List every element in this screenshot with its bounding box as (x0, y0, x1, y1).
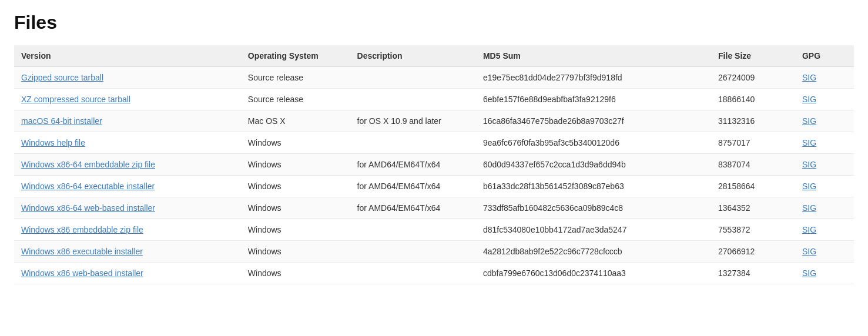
cell-md5: 60d0d94337ef657c2cca1d3d9a6dd94b (476, 154, 711, 176)
table-row: Windows x86-64 web-based installerWindow… (14, 197, 854, 219)
cell-description (350, 219, 476, 241)
cell-version: Windows x86 executable installer (14, 241, 241, 263)
version-link[interactable]: Windows x86-64 executable installer (21, 182, 155, 191)
gpg-sig-link[interactable]: SIG (802, 160, 816, 169)
cell-md5: d81fc534080e10bb4172ad7ae3da5247 (476, 219, 711, 241)
gpg-sig-link[interactable]: SIG (802, 95, 816, 104)
gpg-sig-link[interactable]: SIG (802, 182, 816, 191)
cell-gpg: SIG (795, 176, 854, 197)
version-link[interactable]: Gzipped source tarball (21, 73, 103, 82)
gpg-sig-link[interactable]: SIG (802, 268, 816, 278)
cell-os: Windows (241, 176, 350, 197)
gpg-sig-link[interactable]: SIG (802, 138, 816, 147)
version-link[interactable]: Windows help file (21, 138, 85, 147)
cell-gpg: SIG (795, 241, 854, 263)
cell-md5: 4a2812db8ab9f2e522c96c7728cfcccb (476, 241, 711, 263)
cell-os: Windows (241, 197, 350, 219)
cell-filesize: 18866140 (711, 89, 795, 110)
header-gpg: GPG (795, 45, 854, 67)
cell-os: Windows (241, 263, 350, 284)
cell-filesize: 28158664 (711, 176, 795, 197)
cell-filesize: 8387074 (711, 154, 795, 176)
cell-version: Windows x86 embeddable zip file (14, 219, 241, 241)
cell-filesize: 7553872 (711, 219, 795, 241)
cell-gpg: SIG (795, 132, 854, 154)
cell-os: Windows (241, 154, 350, 176)
cell-description (350, 263, 476, 284)
cell-os: Windows (241, 219, 350, 241)
gpg-sig-link[interactable]: SIG (802, 203, 816, 213)
cell-md5: e19e75ec81dd04de27797bf3f9d918fd (476, 67, 711, 89)
cell-description: for OS X 10.9 and later (350, 110, 476, 132)
cell-md5: 6ebfe157f6e88d9eabfbaf3fa92129f6 (476, 89, 711, 110)
version-link[interactable]: Windows x86 embeddable zip file (21, 225, 143, 234)
version-link[interactable]: XZ compressed source tarball (21, 95, 130, 104)
cell-version: Windows x86-64 web-based installer (14, 197, 241, 219)
cell-description: for AMD64/EM64T/x64 (350, 197, 476, 219)
cell-gpg: SIG (795, 263, 854, 284)
cell-description (350, 241, 476, 263)
cell-filesize: 8757017 (711, 132, 795, 154)
cell-filesize: 1364352 (711, 197, 795, 219)
header-version: Version (14, 45, 241, 67)
table-row: Windows x86-64 executable installerWindo… (14, 176, 854, 197)
cell-md5: cdbfa799e6760c13d06d0c2374110aa3 (476, 263, 711, 284)
cell-gpg: SIG (795, 154, 854, 176)
table-row: Windows x86 executable installerWindows4… (14, 241, 854, 263)
files-table: Version Operating System Description MD5… (14, 45, 854, 284)
cell-version: macOS 64-bit installer (14, 110, 241, 132)
cell-os: Mac OS X (241, 110, 350, 132)
table-row: Windows x86 web-based installerWindowscd… (14, 263, 854, 284)
cell-version: Windows x86-64 executable installer (14, 176, 241, 197)
cell-md5: b61a33dc28f13b561452f3089c87eb63 (476, 176, 711, 197)
table-row: XZ compressed source tarballSource relea… (14, 89, 854, 110)
cell-version: Gzipped source tarball (14, 67, 241, 89)
table-row: macOS 64-bit installerMac OS Xfor OS X 1… (14, 110, 854, 132)
gpg-sig-link[interactable]: SIG (802, 116, 816, 126)
cell-os: Source release (241, 67, 350, 89)
version-link[interactable]: Windows x86-64 web-based installer (21, 203, 155, 213)
cell-gpg: SIG (795, 89, 854, 110)
header-description: Description (350, 45, 476, 67)
cell-md5: 16ca86fa3467e75bade26b8a9703c27f (476, 110, 711, 132)
cell-description (350, 89, 476, 110)
gpg-sig-link[interactable]: SIG (802, 73, 816, 82)
cell-gpg: SIG (795, 110, 854, 132)
gpg-sig-link[interactable]: SIG (802, 225, 816, 234)
header-filesize: File Size (711, 45, 795, 67)
cell-description: for AMD64/EM64T/x64 (350, 176, 476, 197)
cell-filesize: 1327384 (711, 263, 795, 284)
cell-version: Windows help file (14, 132, 241, 154)
header-os: Operating System (241, 45, 350, 67)
cell-description (350, 67, 476, 89)
gpg-sig-link[interactable]: SIG (802, 247, 816, 256)
cell-gpg: SIG (795, 67, 854, 89)
table-row: Windows x86 embeddable zip fileWindowsd8… (14, 219, 854, 241)
cell-md5: 733df85afb160482c5636ca09b89c4c8 (476, 197, 711, 219)
header-md5: MD5 Sum (476, 45, 711, 67)
version-link[interactable]: macOS 64-bit installer (21, 116, 102, 126)
cell-version: XZ compressed source tarball (14, 89, 241, 110)
cell-gpg: SIG (795, 197, 854, 219)
cell-md5: 9ea6fc676f0fa3b95af3c5b3400120d6 (476, 132, 711, 154)
cell-description (350, 132, 476, 154)
version-link[interactable]: Windows x86-64 embeddable zip file (21, 160, 155, 169)
version-link[interactable]: Windows x86 web-based installer (21, 268, 143, 278)
page-title: Files (14, 12, 854, 33)
cell-os: Windows (241, 132, 350, 154)
cell-version: Windows x86 web-based installer (14, 263, 241, 284)
cell-description: for AMD64/EM64T/x64 (350, 154, 476, 176)
cell-filesize: 26724009 (711, 67, 795, 89)
table-row: Windows help fileWindows9ea6fc676f0fa3b9… (14, 132, 854, 154)
cell-os: Source release (241, 89, 350, 110)
table-row: Gzipped source tarballSource releasee19e… (14, 67, 854, 89)
cell-version: Windows x86-64 embeddable zip file (14, 154, 241, 176)
cell-filesize: 27066912 (711, 241, 795, 263)
table-row: Windows x86-64 embeddable zip fileWindow… (14, 154, 854, 176)
cell-os: Windows (241, 241, 350, 263)
cell-gpg: SIG (795, 219, 854, 241)
version-link[interactable]: Windows x86 executable installer (21, 247, 143, 256)
table-header-row: Version Operating System Description MD5… (14, 45, 854, 67)
cell-filesize: 31132316 (711, 110, 795, 132)
